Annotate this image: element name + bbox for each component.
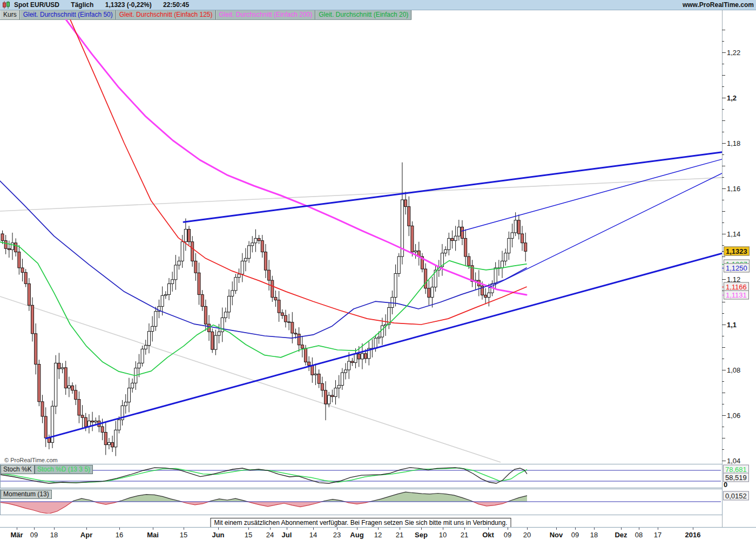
time-axis-label-Apr: Apr bbox=[80, 531, 92, 539]
time-axis-label-09: 09 bbox=[30, 531, 38, 539]
time-axis-label-17: 17 bbox=[654, 531, 662, 539]
legend-item-ma-3[interactable]: Gleit. Durchschnitt (Einfach 20) bbox=[315, 10, 411, 19]
prorealtime-window: Spot EUR/USD Täglich 1,1323 (-0,22%) 22:… bbox=[0, 0, 756, 540]
time-axis-label-12: 12 bbox=[374, 531, 382, 539]
time-axis-label-10: 10 bbox=[439, 531, 447, 539]
axis-tick bbox=[722, 449, 724, 450]
gray-line-1[interactable] bbox=[0, 178, 722, 211]
ma-curve-50[interactable] bbox=[0, 181, 526, 338]
time-axis[interactable]: Mär0918Apr16Mai15Jun1524Jul1423Aug1221Se… bbox=[0, 527, 756, 540]
legend-item-ma-0[interactable]: Gleit. Durchschnitt (Einfach 50) bbox=[20, 10, 116, 19]
price-axis-label: 1,1 bbox=[727, 321, 737, 329]
subscription-notice: Mit einem zusätzlichen Abonnement verfüg… bbox=[211, 518, 511, 528]
time-axis-tick bbox=[34, 528, 35, 530]
time-axis-label-Jun: Jun bbox=[212, 531, 224, 539]
axis-tick bbox=[722, 41, 724, 42]
axis-tick bbox=[722, 166, 725, 166]
time-axis-label-21: 21 bbox=[461, 531, 468, 539]
ma-curve-125[interactable] bbox=[70, 19, 526, 325]
time-axis-label-16: 16 bbox=[116, 531, 123, 539]
axis-tick bbox=[722, 359, 724, 359]
axis-tick bbox=[722, 188, 726, 189]
time-axis-tick bbox=[693, 528, 693, 530]
momentum-value: 0,0152 bbox=[723, 491, 749, 500]
axis-tick bbox=[722, 336, 724, 336]
time-axis-tick bbox=[658, 528, 658, 530]
legend-item-ma-2[interactable]: Gleit. Durchschnitt (Einfach 200) bbox=[216, 10, 316, 19]
axis-tick bbox=[722, 109, 724, 110]
ma-curve-20[interactable] bbox=[0, 242, 526, 375]
price-axis-label: 1,06 bbox=[727, 411, 740, 420]
price-chart-canvas[interactable] bbox=[0, 19, 722, 464]
time-axis-label-20: 20 bbox=[523, 531, 531, 539]
time-axis-label-09: 09 bbox=[504, 531, 511, 539]
axis-tick bbox=[722, 302, 725, 302]
price-axis-label: 1,22 bbox=[727, 49, 740, 57]
stoch-k-label[interactable]: Stoch %K bbox=[1, 465, 35, 474]
axis-tick bbox=[722, 370, 726, 370]
stoch-d-label[interactable]: Stoch %D (13 3 5) bbox=[35, 465, 93, 474]
price-axis-label: 1,08 bbox=[727, 366, 740, 374]
price-axis[interactable]: 1,221,21,181,161,141,121,11,081,061,041,… bbox=[722, 19, 756, 527]
price-tag-1_1323: 1,1323 bbox=[724, 247, 750, 256]
time-axis-tick bbox=[575, 528, 576, 530]
axis-tick bbox=[722, 415, 726, 416]
axis-tick bbox=[722, 98, 726, 98]
time-axis-label-15: 15 bbox=[180, 531, 187, 539]
time-axis-tick bbox=[270, 528, 271, 530]
axis-tick bbox=[722, 120, 725, 121]
price-axis-label: 1,04 bbox=[727, 457, 740, 465]
axis-tick bbox=[722, 86, 724, 87]
time-axis-label-15: 15 bbox=[245, 531, 252, 539]
time-axis-label-24: 24 bbox=[266, 531, 274, 539]
main-price-chart[interactable] bbox=[0, 19, 722, 464]
axis-tick bbox=[722, 404, 724, 404]
price-axis-label: 1,16 bbox=[727, 185, 740, 193]
axis-tick bbox=[722, 245, 724, 246]
legend-item-ma-1[interactable]: Gleit. Durchschnitt (Einfach 125) bbox=[116, 10, 216, 19]
candlestick-icon bbox=[2, 1, 11, 9]
legend-item-kurs[interactable]: Kurs bbox=[0, 10, 20, 19]
time-axis-label-Mär: Mär bbox=[10, 531, 23, 539]
time-axis-label-Sep: Sep bbox=[415, 531, 428, 539]
time-axis-tick bbox=[488, 528, 489, 530]
axis-tick bbox=[722, 381, 724, 382]
axis-tick bbox=[722, 132, 724, 132]
time-axis-label-08: 08 bbox=[635, 531, 643, 539]
time-axis-tick bbox=[594, 528, 595, 530]
axis-tick bbox=[722, 325, 726, 325]
axis-tick bbox=[722, 393, 725, 393]
price-axis-label: 1,2 bbox=[727, 94, 737, 102]
time-axis-tick bbox=[421, 528, 422, 530]
axis-tick bbox=[722, 438, 725, 438]
trendline-fan-line-a[interactable] bbox=[462, 159, 722, 231]
momentum-label[interactable]: Momentum (13) bbox=[1, 490, 52, 499]
stochastic-panel[interactable] bbox=[0, 464, 723, 488]
time-axis-label-18: 18 bbox=[590, 531, 598, 539]
price-tag-1_1250: 1,1250 bbox=[724, 264, 750, 273]
axis-tick bbox=[722, 234, 726, 234]
website-link[interactable]: www.ProRealTime.com bbox=[683, 0, 754, 10]
trendline-upper-triangle-resistance[interactable] bbox=[184, 152, 722, 222]
copyright-watermark: © ProRealTime.com bbox=[3, 457, 59, 463]
time-axis-label-14: 14 bbox=[309, 531, 317, 539]
axis-tick bbox=[722, 313, 724, 314]
time-axis-label-Mai: Mai bbox=[147, 531, 159, 539]
price-axis-label: 1,14 bbox=[727, 230, 740, 238]
ma-curve-200[interactable] bbox=[66, 19, 526, 295]
time-axis-label-2016: 2016 bbox=[685, 531, 701, 539]
time-axis-tick bbox=[443, 528, 443, 530]
time-axis-label-Okt: Okt bbox=[482, 531, 494, 539]
gray-line-2[interactable] bbox=[0, 296, 501, 462]
price-axis-label: 1,18 bbox=[727, 139, 740, 147]
time-axis-label-Dez: Dez bbox=[615, 531, 627, 539]
time-axis-tick bbox=[378, 528, 379, 530]
clock: 22:50:45 bbox=[163, 1, 189, 9]
momentum-panel[interactable] bbox=[0, 489, 723, 515]
timeframe-label: Täglich bbox=[71, 1, 93, 9]
time-axis-label-09: 09 bbox=[571, 531, 579, 539]
time-axis-label-18: 18 bbox=[50, 531, 58, 539]
trendline-fan-line-b[interactable] bbox=[489, 173, 722, 288]
indicator-legend: Kurs Gleit. Durchschnitt (Einfach 50)Gle… bbox=[0, 10, 411, 20]
axis-tick bbox=[722, 222, 724, 223]
